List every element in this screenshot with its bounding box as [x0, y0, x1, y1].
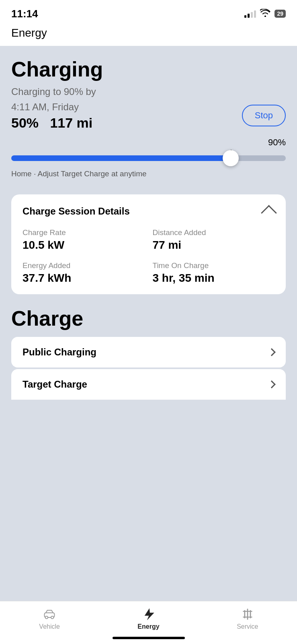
main-content: Charging Charging to 90% by 4:11 AM, Fri… — [0, 46, 297, 601]
stop-button[interactable]: Stop — [242, 105, 286, 126]
bottom-nav: Vehicle Energy Service — [0, 601, 297, 634]
status-icons: 29 — [244, 9, 286, 19]
charge-section-title: Charge — [11, 306, 286, 330]
session-item-distance-added: Distance Added 77 mi — [153, 228, 275, 252]
slider-hint: Home · Adjust Target Charge at anytime — [11, 169, 286, 178]
nav-label-service: Service — [237, 623, 258, 630]
session-item-time-on-charge: Time On Charge 3 hr, 35 min — [153, 261, 275, 285]
slider-target-label: 90% — [11, 137, 286, 148]
nav-item-energy[interactable]: Energy — [128, 608, 168, 630]
session-card-title: Charge Session Details — [23, 206, 130, 217]
session-grid: Charge Rate 10.5 kW Distance Added 77 mi… — [23, 228, 274, 285]
session-value-0: 10.5 kW — [23, 239, 145, 252]
session-label-1: Distance Added — [153, 228, 275, 237]
home-indicator — [0, 634, 297, 644]
service-icon — [241, 608, 254, 621]
wifi-icon — [260, 9, 270, 19]
svg-point-1 — [45, 616, 48, 619]
public-charging-label: Public Charging — [23, 347, 96, 358]
session-item-charge-rate: Charge Rate 10.5 kW — [23, 228, 145, 252]
charging-subtitle-line2: 4:11 AM, Friday — [11, 100, 92, 114]
session-details-card: Charge Session Details Charge Rate 10.5 … — [11, 194, 286, 294]
header: Energy — [0, 24, 297, 46]
svg-point-2 — [51, 616, 53, 619]
chevron-right-icon — [268, 348, 276, 356]
slider-container[interactable] — [11, 149, 286, 167]
slider-thumb[interactable] — [223, 150, 239, 166]
nav-item-vehicle[interactable]: Vehicle — [29, 608, 70, 630]
charge-slider-section: 90% Home · Adjust Target Charge at anyti… — [11, 137, 286, 178]
chevron-up-icon — [261, 205, 277, 221]
nav-label-vehicle: Vehicle — [39, 623, 60, 630]
charging-percentage: 50% — [11, 115, 39, 130]
target-charge-label: Target Charge — [23, 379, 87, 390]
nav-label-energy: Energy — [137, 623, 159, 630]
signal-icon — [244, 10, 256, 18]
status-bar: 11:14 29 — [0, 0, 297, 24]
charging-title: Charging — [11, 58, 286, 81]
chevron-right-icon-2 — [268, 380, 276, 388]
session-label-2: Energy Added — [23, 261, 145, 270]
charging-miles: 117 mi — [50, 115, 92, 130]
session-value-3: 3 hr, 35 min — [153, 272, 275, 285]
charging-subtitle-line1: Charging to 90% by — [11, 85, 286, 99]
charging-status-row: 4:11 AM, Friday 50% 117 mi Stop — [11, 100, 286, 131]
slider-track — [11, 155, 286, 161]
vehicle-icon — [43, 608, 56, 621]
nav-item-service[interactable]: Service — [227, 608, 268, 630]
session-label-3: Time On Charge — [153, 261, 275, 270]
session-item-energy-added: Energy Added 37.7 kWh — [23, 261, 145, 285]
charging-subtitle-line2-and-stats: 4:11 AM, Friday 50% 117 mi — [11, 100, 92, 131]
target-charge-item[interactable]: Target Charge — [11, 369, 286, 400]
battery-icon: 29 — [274, 10, 286, 18]
page-title: Energy — [11, 27, 47, 39]
session-card-header[interactable]: Charge Session Details — [23, 204, 274, 219]
energy-icon — [142, 608, 155, 621]
public-charging-item[interactable]: Public Charging — [11, 337, 286, 367]
charging-stats: 50% 117 mi — [11, 115, 92, 131]
status-time: 11:14 — [11, 8, 38, 20]
home-bar — [113, 637, 185, 639]
session-label-0: Charge Rate — [23, 228, 145, 237]
session-value-1: 77 mi — [153, 239, 275, 252]
session-value-2: 37.7 kWh — [23, 272, 145, 285]
